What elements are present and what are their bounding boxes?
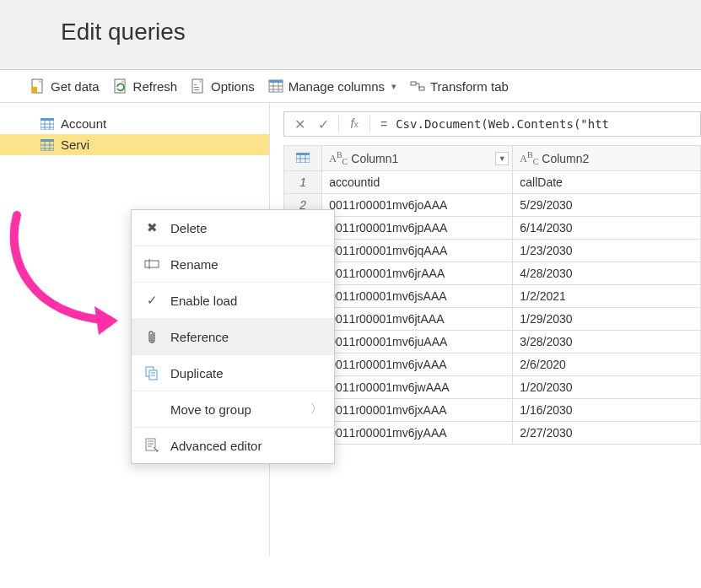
table-row[interactable]: 0011r00001mv6jsAAA1/2/2021	[284, 285, 701, 308]
formula-text[interactable]: Csv.Document(Web.Contents("htt	[396, 117, 609, 131]
cell-column2[interactable]: 4/28/2030	[513, 262, 701, 285]
refresh-button[interactable]: Refresh	[113, 78, 178, 94]
svg-rect-13	[411, 82, 416, 85]
ctx-advanced-editor[interactable]: Advanced editor	[132, 428, 334, 463]
table-row[interactable]: 0011r00001mv6juAAA3/28/2030	[284, 331, 701, 353]
cell-column2[interactable]: 1/29/2030	[513, 308, 701, 331]
header: Edit queries	[0, 0, 701, 70]
svg-rect-38	[146, 439, 155, 450]
table-icon	[40, 139, 54, 151]
table-row[interactable]: 0011r00001mv6jqAAA1/23/2030	[284, 240, 701, 262]
get-data-button[interactable]: Get data	[30, 78, 100, 94]
page-title: Edit queries	[61, 19, 676, 46]
table-row[interactable]: 0011r00001mv6jpAAA6/14/2030	[284, 217, 701, 240]
column-filter-button[interactable]: ▼	[495, 152, 509, 165]
options-button[interactable]: Options	[191, 78, 255, 94]
ctx-delete[interactable]: ✖ Delete	[132, 210, 334, 246]
context-menu: ✖ Delete Rename ✓ Enable load Reference …	[131, 209, 335, 464]
chevron-right-icon: 〉	[310, 402, 322, 417]
chevron-down-icon: ▾	[391, 81, 396, 92]
cell-column1[interactable]: 0011r00001mv6jtAAA	[322, 308, 513, 331]
cell-column2[interactable]: 6/14/2030	[513, 217, 701, 240]
cell-column1[interactable]: 0011r00001mv6jyAAA	[322, 422, 513, 445]
cell-column2[interactable]: 1/20/2030	[513, 376, 701, 399]
row-number: 1	[284, 171, 322, 194]
svg-rect-14	[419, 87, 424, 90]
table-row[interactable]: 120011r00001mv6jyAAA2/27/2030	[284, 422, 701, 445]
options-icon	[191, 78, 206, 94]
table-row[interactable]: 110011r00001mv6jxAAA1/16/2030	[284, 399, 701, 422]
cell-column1[interactable]: 0011r00001mv6jqAAA	[322, 240, 513, 262]
toolbar: Get data Refresh Options Manage columns …	[0, 70, 701, 103]
cell-column2[interactable]: 2/6/2020	[513, 353, 701, 376]
advanced-editor-icon	[143, 438, 160, 453]
cell-column1[interactable]: 0011r00001mv6jrAAA	[322, 262, 513, 285]
svg-rect-22	[40, 139, 54, 142]
cell-column1[interactable]: 0011r00001mv6joAAA	[322, 194, 513, 217]
type-text-icon: ABC	[329, 150, 348, 166]
main: Account Servi ✕ ✓ fx = Csv.Document(Web.…	[0, 103, 701, 556]
delete-icon: ✖	[143, 220, 160, 235]
cell-column1[interactable]: accountid	[322, 171, 513, 194]
table-row[interactable]: 20011r00001mv6joAAA5/29/2030	[284, 194, 701, 217]
cell-column2[interactable]: 1/23/2030	[513, 240, 701, 262]
rename-icon	[143, 256, 160, 272]
svg-rect-8	[269, 80, 283, 83]
svg-rect-16	[40, 118, 54, 121]
formula-bar: ✕ ✓ fx = Csv.Document(Web.Contents("htt	[283, 111, 701, 137]
cell-column1[interactable]: 0011r00001mv6juAAA	[322, 331, 513, 353]
cell-column1[interactable]: 0011r00001mv6jxAAA	[322, 399, 513, 422]
table-row[interactable]: 0011r00001mv6jvAAA2/6/2020	[284, 353, 701, 376]
fx-icon[interactable]: fx	[344, 115, 364, 133]
table-icon	[40, 118, 54, 130]
svg-rect-5	[194, 87, 199, 88]
data-grid[interactable]: ABC Column1 ▼ ABC Column2 1accountidcall…	[283, 145, 701, 445]
table-row[interactable]: 1accountidcallDate	[284, 171, 701, 194]
table-row[interactable]: 0011r00001mv6jtAAA1/29/2030	[284, 308, 701, 331]
column-header-1[interactable]: ABC Column1 ▼	[322, 146, 513, 171]
ctx-move-to-group[interactable]: Move to group 〉	[132, 391, 334, 428]
cell-column1[interactable]: 0011r00001mv6jwAAA	[322, 376, 513, 399]
equals-sign: =	[375, 117, 392, 131]
table-icon	[296, 153, 310, 163]
ctx-reference[interactable]: Reference	[132, 319, 334, 355]
cell-column1[interactable]: 0011r00001mv6jpAAA	[322, 217, 513, 240]
query-item-servi[interactable]: Servi	[0, 134, 269, 155]
formula-commit-button[interactable]: ✓	[313, 115, 333, 133]
duplicate-icon	[143, 365, 160, 380]
check-icon: ✓	[143, 293, 160, 308]
table-icon	[268, 78, 283, 94]
cell-column2[interactable]: 2/27/2030	[513, 422, 701, 445]
cell-column2[interactable]: callDate	[513, 171, 701, 194]
svg-rect-32	[145, 261, 159, 267]
svg-rect-4	[194, 84, 197, 85]
ctx-duplicate[interactable]: Duplicate	[132, 355, 334, 391]
ctx-enable-load[interactable]: ✓ Enable load	[132, 283, 334, 319]
refresh-icon	[113, 78, 128, 94]
cell-column2[interactable]: 5/29/2030	[513, 194, 701, 217]
svg-rect-1	[32, 87, 37, 93]
query-item-account[interactable]: Account	[0, 113, 269, 134]
table-row[interactable]: 0011r00001mv6jrAAA4/28/2030	[284, 262, 701, 285]
transform-icon	[410, 78, 425, 94]
column-header-2[interactable]: ABC Column2	[513, 146, 701, 171]
ctx-rename[interactable]: Rename	[132, 246, 334, 283]
svg-rect-6	[194, 89, 199, 90]
cell-column2[interactable]: 1/2/2021	[513, 285, 701, 308]
cell-column2[interactable]: 1/16/2030	[513, 399, 701, 422]
cell-column2[interactable]: 3/28/2030	[513, 331, 701, 353]
type-text-icon: ABC	[520, 150, 538, 166]
cell-column1[interactable]: 0011r00001mv6jvAAA	[322, 353, 513, 376]
table-row[interactable]: 0011r00001mv6jwAAA1/20/2030	[284, 376, 701, 399]
get-data-icon	[30, 78, 46, 94]
row-number-header[interactable]	[284, 146, 322, 171]
paperclip-icon	[143, 329, 160, 344]
formula-cancel-button[interactable]: ✕	[289, 115, 310, 133]
cell-column1[interactable]: 0011r00001mv6jsAAA	[322, 285, 513, 308]
manage-columns-button[interactable]: Manage columns ▾	[268, 78, 396, 94]
svg-rect-28	[296, 153, 310, 155]
transform-table-button[interactable]: Transform tab	[410, 78, 509, 94]
